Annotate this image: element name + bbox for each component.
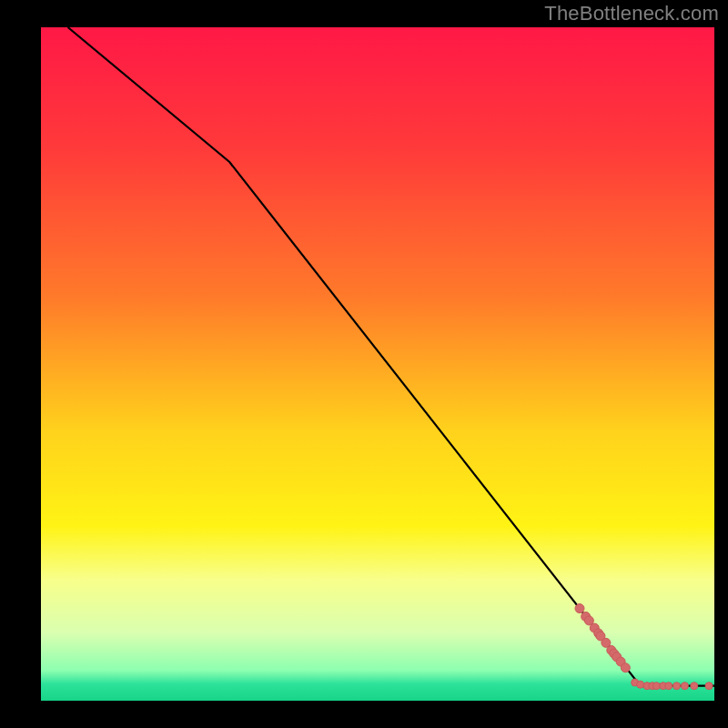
scatter-point: [621, 663, 630, 672]
chart-svg: [41, 27, 714, 701]
scatter-point: [691, 682, 698, 690]
scatter-point: [665, 682, 672, 690]
scatter-point: [673, 682, 681, 690]
scatter-point: [652, 682, 660, 690]
attribution-label: TheBottleneck.com: [544, 2, 719, 25]
plot-area: [41, 27, 714, 701]
scatter-point: [637, 681, 644, 688]
chart-frame: TheBottleneck.com: [0, 0, 728, 728]
scatter-point: [681, 682, 688, 690]
scatter-point: [575, 604, 584, 613]
scatter-point: [705, 682, 713, 690]
gradient-background: [41, 27, 714, 701]
